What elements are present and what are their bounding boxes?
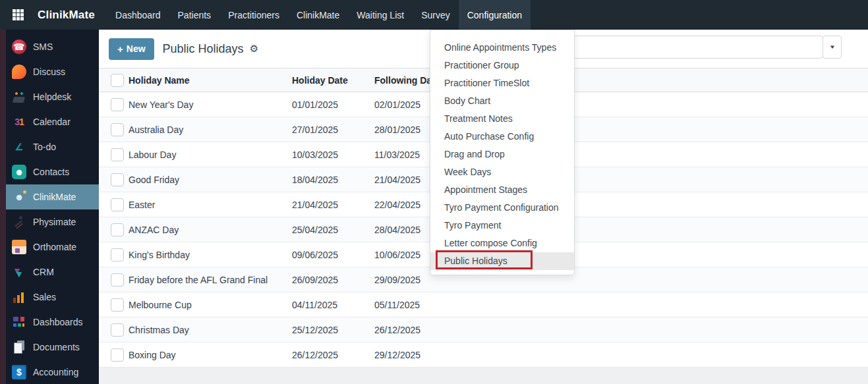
sidebar-item[interactable]: ∠ To-do [6,134,99,159]
navbar-item[interactable]: Patients [169,0,220,30]
holiday-name-cell: New Year's Day [129,99,292,110]
menu-item[interactable]: Practitioner Group [430,57,574,74]
menu-item-label: Treatment Notes [444,113,513,124]
navbar-item-label: Patients [178,10,212,20]
row-checkbox[interactable] [111,273,124,287]
navbar-item[interactable]: Waiting List [348,0,413,30]
menu-item[interactable]: Treatment Notes [430,110,574,128]
todo-icon: ∠ [12,140,26,154]
sidebar-item[interactable]: Documents [6,335,99,360]
column-holiday-name[interactable]: Holiday Name [129,75,292,86]
sidebar-item-label: Sales [33,292,56,302]
menu-item[interactable]: Week Days [430,163,574,181]
row-checkbox[interactable] [111,348,124,362]
menu-item[interactable]: Tyro Payment Configuration [430,199,574,217]
navbar-item-label: ClinikMate [297,10,339,20]
holiday-date-cell: 21/04/2025 [292,200,374,210]
navbar-item[interactable]: Survey [413,0,459,30]
menu-item[interactable]: Appointment Stages [430,181,574,199]
sms-icon: ☎ [12,40,26,54]
sidebar-item-label: Contacts [33,167,69,177]
menu-item-label: Letter compose Config [444,238,537,248]
sidebar-item[interactable]: Dashboards [6,310,99,335]
column-holiday-date[interactable]: Holiday Date [292,75,374,86]
sidebar-item-label: CRM [33,267,54,277]
holiday-date-cell: 09/06/2025 [292,250,374,260]
row-checkbox[interactable] [111,123,124,136]
holiday-name-cell: ANZAC Day [129,225,292,235]
holiday-name-cell: Labour Day [129,150,292,160]
menu-item[interactable]: Tyro Payment [430,217,574,234]
table-row[interactable]: Christmas Day 25/12/2025 26/12/2025 [99,317,868,343]
sidebar-item-label: To-do [33,142,56,152]
navbar-item-label: Configuration [467,10,522,20]
menu-item[interactable]: Public Holidays [430,252,574,270]
sidebar-item[interactable]: Orthomate [6,234,99,260]
sidebar-item-label: Dashboards [33,317,83,327]
contacts-icon: ☻ [12,165,26,179]
menu-item[interactable]: Drag and Drop [430,146,574,163]
discuss-icon [12,65,26,79]
sidebar-item[interactable]: ☎ SMS [6,34,99,59]
row-checkbox[interactable] [111,298,124,312]
row-checkbox[interactable] [111,98,124,111]
sidebar-item[interactable]: Physimate [6,209,99,234]
holiday-date-cell: 25/12/2025 [292,325,374,335]
select-all-checkbox[interactable] [111,74,124,87]
sidebar-item[interactable]: $ Accounting [6,360,99,384]
menu-item[interactable]: Auto Purchase Config [430,128,574,146]
sidebar-item-label: Accounting [33,367,78,377]
navbar-item[interactable]: Configuration [459,0,531,30]
row-checkbox[interactable] [111,148,124,161]
row-checkbox[interactable] [111,223,124,236]
new-button[interactable]: +New [109,38,154,60]
helpdesk-icon [12,90,26,104]
navbar-item-label: Survey [421,10,450,20]
sidebar-item[interactable]: ☻ Contacts [6,159,99,184]
sales-icon [12,290,26,304]
menu-item-label: Online Appointments Types [444,42,556,53]
holiday-name-cell: Good Friday [129,175,292,185]
menu-item[interactable]: Body Chart [430,92,574,110]
navbar-item[interactable]: ClinikMate [288,0,348,30]
gear-icon[interactable]: ⚙ [250,43,258,55]
menu-item[interactable]: Practitioner TimeSlot [430,74,574,92]
navbar-item[interactable]: Practitioners [219,0,288,30]
sidebar-item[interactable]: ☻ ClinikMate [6,184,99,209]
menu-item-label: Auto Purchase Config [444,131,534,142]
menu-item[interactable]: Online Appointments Types [430,39,574,57]
following-date-cell: 26/12/2025 [374,325,868,335]
navbar-item-label: Dashboard [115,10,161,20]
sidebar-item[interactable]: ▼ CRM [6,260,99,285]
row-checkbox[interactable] [111,248,124,261]
row-checkbox[interactable] [111,323,124,337]
sidebar-item[interactable]: 31 Calendar [6,109,99,134]
sidebar-item[interactable]: Discuss [6,59,99,84]
table-row[interactable]: Boxing Day 26/12/2025 29/12/2025 [99,343,868,368]
sidebar-item-label: Orthomate [33,242,76,252]
row-checkbox[interactable] [111,173,124,186]
row-checkbox[interactable] [111,198,124,211]
sidebar-item-label: ClinikMate [33,192,76,202]
search-dropdown-toggle[interactable]: ▼ [823,36,842,59]
holiday-date-cell: 25/04/2025 [292,225,374,235]
holiday-name-cell: Melbourne Cup [129,300,292,310]
holiday-name-cell: Boxing Day [129,350,292,360]
apps-sidebar: ☎ SMS Discuss Helpdesk 31 Calendar ∠ To-… [0,30,99,384]
apps-menu-icon[interactable] [13,9,24,20]
sidebar-item-label: Physimate [33,217,76,227]
menu-item[interactable]: Letter compose Config [430,234,574,252]
sidebar-item[interactable]: Sales [6,285,99,310]
following-date-cell: 29/12/2025 [374,350,868,360]
table-row[interactable]: Melbourne Cup 04/11/2025 05/11/2025 [99,292,868,317]
menu-item-label: Practitioner TimeSlot [444,78,529,88]
app-brand[interactable]: ClinikMate [38,9,95,22]
sidebar-item-label: Calendar [33,117,71,127]
navbar-item[interactable]: Dashboard [107,0,169,30]
configuration-menu-items: Online Appointments Types Practitioner G… [430,39,574,270]
sidebar-item[interactable]: Helpdesk [6,84,99,109]
sidebar-item-label: Discuss [33,67,65,77]
configuration-dropdown-menu: Online Appointments Types Practitioner G… [430,30,575,275]
documents-icon [12,340,26,354]
calendar-icon: 31 [12,115,26,129]
